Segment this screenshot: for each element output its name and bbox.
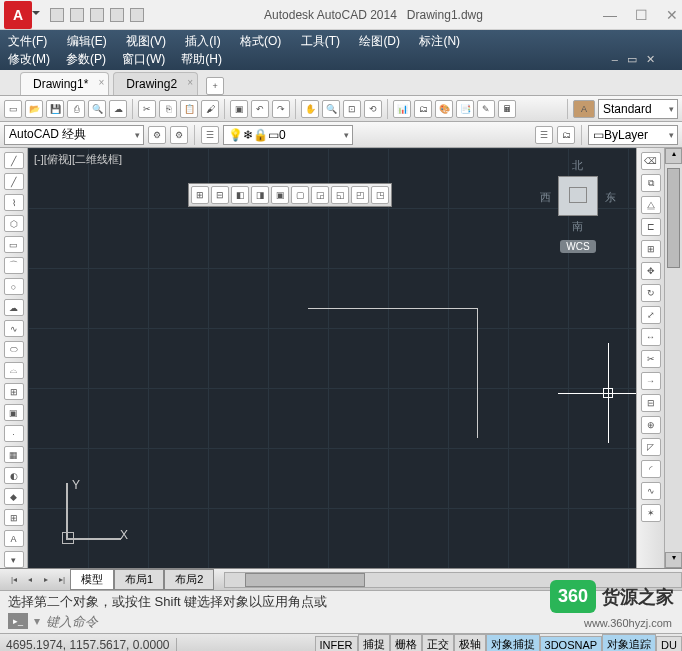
workspace-combo[interactable]: AutoCAD 经典 [4,125,144,145]
copy-icon[interactable]: ⎘ [159,100,177,118]
layer-state-icon[interactable]: ☰ [535,126,553,144]
viewcube[interactable]: 北 西 东 南 WCS [540,158,616,253]
scroll-thumb[interactable] [667,168,680,268]
calc-icon[interactable]: 🖩 [498,100,516,118]
insert-icon[interactable]: ⊞ [4,383,24,400]
ws-gear-icon[interactable]: ⚙ [170,126,188,144]
region-icon[interactable]: ◆ [4,488,24,505]
textstyle-icon[interactable]: A [573,100,595,118]
status-ortho[interactable]: 正交 [422,634,454,651]
move-icon[interactable]: ✥ [641,262,661,280]
menu-edit[interactable]: 编辑(E) [67,34,107,48]
offset-icon[interactable]: ⊏ [641,218,661,236]
stretch-icon[interactable]: ↔ [641,328,661,346]
layer-iso-icon[interactable]: 🗂 [557,126,575,144]
qat-new-icon[interactable] [50,8,64,22]
chamfer-icon[interactable]: ◸ [641,438,661,456]
layout-1[interactable]: 布局1 [114,569,164,590]
trim-icon[interactable]: ✂ [641,350,661,368]
command-input[interactable] [46,614,674,629]
open-icon[interactable]: 📂 [25,100,43,118]
zoom-rt-icon[interactable]: 🔍 [322,100,340,118]
view-sw-icon[interactable]: ◲ [311,186,329,204]
mirror-icon[interactable]: ⧋ [641,196,661,214]
app-logo[interactable]: A [4,1,32,29]
textstyle-combo[interactable]: Standard [598,99,678,119]
status-snap[interactable]: 捕捉 [358,634,390,651]
tab-first-icon[interactable]: |◂ [6,572,22,588]
scale-icon[interactable]: ⤢ [641,306,661,324]
mdi-controls[interactable]: – ▭ ✕ [612,50,658,68]
new-icon[interactable]: ▭ [4,100,22,118]
sheetset-icon[interactable]: 📑 [456,100,474,118]
print-icon[interactable]: ⎙ [67,100,85,118]
layer-combo[interactable]: 💡❄🔒▭ 0 [223,125,353,145]
ellipse-icon[interactable]: ⬭ [4,341,24,358]
color-combo[interactable]: ▭ ByLayer [588,125,678,145]
hscroll-thumb[interactable] [245,573,365,587]
block-icon[interactable]: ▣ [230,100,248,118]
spline-icon[interactable]: ∿ [4,320,24,337]
preview-icon[interactable]: 🔍 [88,100,106,118]
layout-2[interactable]: 布局2 [164,569,214,590]
copy-obj-icon[interactable]: ⧉ [641,174,661,192]
zoom-win-icon[interactable]: ⊡ [343,100,361,118]
save-icon[interactable]: 💾 [46,100,64,118]
menu-window[interactable]: 窗口(W) [122,50,165,68]
vertical-scrollbar[interactable]: ▴ ▾ [664,148,682,568]
qat-save-icon[interactable] [90,8,104,22]
status-grid[interactable]: 栅格 [390,634,422,651]
publish-icon[interactable]: ☁ [109,100,127,118]
rectangle-icon[interactable]: ▭ [4,236,24,253]
ws-settings-icon[interactable]: ⚙ [148,126,166,144]
markup-icon[interactable]: ✎ [477,100,495,118]
view-toolbar-floating[interactable]: ⊞ ⊟ ◧ ◨ ▣ ▢ ◲ ◱ ◰ ◳ [188,183,392,207]
view-se-icon[interactable]: ◱ [331,186,349,204]
menu-help[interactable]: 帮助(H) [181,50,222,68]
close-tab-icon[interactable]: × [187,77,193,88]
tab-next-icon[interactable]: ▸ [38,572,54,588]
polygon-icon[interactable]: ⬡ [4,215,24,232]
status-polar[interactable]: 极轴 [454,634,486,651]
menu-modify[interactable]: 修改(M) [8,50,50,68]
explode-icon[interactable]: ✶ [641,504,661,522]
status-otrack[interactable]: 对象追踪 [602,634,656,651]
menu-draw[interactable]: 绘图(D) [359,34,400,48]
tab-prev-icon[interactable]: ◂ [22,572,38,588]
menu-tools[interactable]: 工具(T) [301,34,340,48]
pline-icon[interactable]: ⌇ [4,194,24,211]
command-icon[interactable]: ▸_ [8,613,28,629]
menu-view[interactable]: 视图(V) [126,34,166,48]
zoom-prev-icon[interactable]: ⟲ [364,100,382,118]
drawing-canvas[interactable]: [-][俯视][二维线框] ⊞ ⊟ ◧ ◨ ▣ ▢ ◲ ◱ ◰ ◳ 北 西 东 … [28,148,636,568]
menu-format[interactable]: 格式(O) [240,34,281,48]
array-icon[interactable]: ⊞ [641,240,661,258]
extend-icon[interactable]: → [641,372,661,390]
layer-props-icon[interactable]: ☰ [201,126,219,144]
viewcube-face[interactable] [558,176,598,216]
menu-parametric[interactable]: 参数(P) [66,50,106,68]
mtext-icon[interactable]: A [4,530,24,547]
properties-icon[interactable]: 📊 [393,100,411,118]
fillet-icon[interactable]: ◜ [641,460,661,478]
ucs-icon[interactable]: Y X [58,478,128,548]
match-icon[interactable]: 🖌 [201,100,219,118]
makeblock-icon[interactable]: ▣ [4,404,24,421]
redo-icon[interactable]: ↷ [272,100,290,118]
view-ne-icon[interactable]: ◰ [351,186,369,204]
status-3dosnap[interactable]: 3DOSNAP [540,636,603,652]
doctab-drawing1[interactable]: Drawing1*× [20,72,109,95]
doctab-drawing2[interactable]: Drawing2× [113,72,198,95]
viewport-label[interactable]: [-][俯视][二维线框] [34,152,122,167]
hatch-icon[interactable]: ▦ [4,446,24,463]
qat-open-icon[interactable] [70,8,84,22]
menu-dimension[interactable]: 标注(N) [419,34,460,48]
status-ducs[interactable]: DU [656,636,682,652]
close-icon[interactable]: ✕ [666,7,678,23]
qat-undo-icon[interactable] [110,8,124,22]
view-right-icon[interactable]: ◨ [251,186,269,204]
erase-icon[interactable]: ⌫ [641,152,661,170]
drawing-geometry[interactable] [477,308,478,438]
tab-last-icon[interactable]: ▸| [54,572,70,588]
coordinates[interactable]: 4695.1974, 1157.5617, 0.0000 [0,638,177,652]
